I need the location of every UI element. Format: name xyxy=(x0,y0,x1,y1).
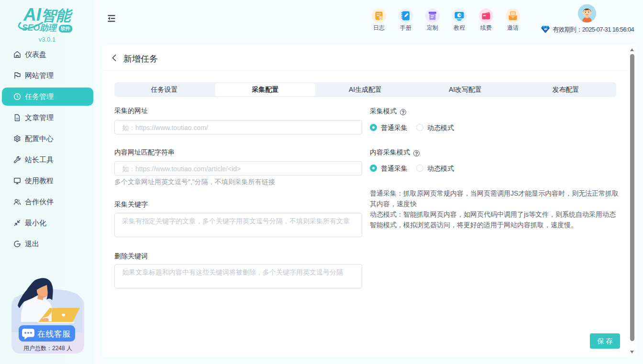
svg-text:VIP: VIP xyxy=(544,27,548,30)
svg-text:W: W xyxy=(16,117,19,120)
